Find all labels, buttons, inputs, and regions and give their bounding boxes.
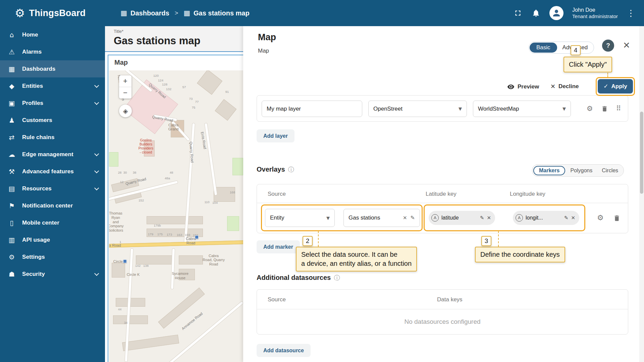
sidebar-item-security[interactable]: ☗ Security — [0, 265, 105, 283]
tab-basic[interactable]: Basic — [530, 43, 557, 53]
settings-gear-icon: ⚙ — [7, 254, 16, 260]
notifications-bell-icon[interactable] — [531, 8, 541, 18]
add-marker-button[interactable]: Add marker — [257, 240, 300, 253]
sidebar-item-profiles[interactable]: ▣ Profiles — [0, 95, 105, 112]
toggle-circles[interactable]: Circles — [597, 167, 623, 175]
app-logo[interactable]: ⚙ ThingsBoard — [0, 7, 86, 19]
marker-settings-gear-icon[interactable]: ⚙ — [597, 214, 604, 222]
security-icon: ☗ — [7, 271, 16, 278]
map-label: 173 — [167, 233, 172, 236]
delete-layer-trash-icon[interactable] — [601, 105, 608, 112]
scrollbar-thumb[interactable] — [640, 112, 643, 194]
widget-title-field[interactable]: Title* Gas stations map — [105, 26, 243, 52]
toggle-polygons[interactable]: Polygons — [566, 167, 597, 175]
title-field-value: Gas stations map — [114, 35, 243, 47]
map-canvas[interactable]: + − ◈ North Wall BranQuarry RoadQuarry R… — [109, 70, 243, 362]
layer-type-select[interactable]: WorldStreetMap ▼ — [473, 101, 571, 117]
tutorial-step-4-badge: 4 — [571, 45, 581, 55]
info-icon[interactable]: ⓘ — [334, 275, 340, 281]
map-building — [113, 315, 148, 324]
chevron-down-icon — [94, 168, 99, 173]
latitude-key-chip[interactable]: A latitude ✎ ✕ — [429, 211, 495, 225]
longitude-key-chip[interactable]: A longit... ✎ ✕ — [513, 211, 579, 225]
more-menu-icon[interactable]: ⋮ — [627, 9, 635, 17]
datasource-type-select[interactable]: Entity ▼ — [265, 209, 335, 227]
map-road — [171, 248, 175, 289]
map-zoom-control: + − — [119, 75, 131, 99]
sidebar-item-notification-center[interactable]: ⚑ Notification center — [0, 197, 105, 214]
sidebar-item-rule-chains[interactable]: ⇄ Rule chains — [0, 129, 105, 146]
sidebar-item-dashboards[interactable]: ▦ Dashboards — [0, 60, 105, 77]
datasource-entity-input[interactable]: Gas stations ✕ ✎ — [343, 209, 420, 227]
map-label: 48a — [165, 176, 170, 180]
remove-key-icon[interactable]: ✕ — [487, 216, 491, 221]
help-button[interactable]: ? — [602, 40, 614, 52]
breadcrumb-current[interactable]: ▦ Gas stations map — [183, 9, 250, 17]
map-label: 179b — [154, 224, 161, 227]
chevron-down-icon — [94, 100, 99, 105]
api-usage-icon: ▥ — [7, 237, 16, 243]
zoom-out-button[interactable]: − — [119, 87, 131, 99]
map-label: Cabra Road — [186, 237, 196, 245]
toggle-markers[interactable]: Markers — [533, 166, 565, 175]
map-widget-card: Map + − ◈ North Wall BranQuarry RoadQuar… — [108, 55, 243, 362]
map-widget-title: Map — [114, 59, 128, 66]
map-label: 57 — [182, 85, 186, 89]
clear-entity-icon[interactable]: ✕ — [403, 216, 407, 221]
sidebar-item-settings[interactable]: ⚙ Settings — [0, 248, 105, 265]
notification-center-icon: ⚑ — [7, 202, 16, 209]
sidebar-item-customers[interactable]: ♟ Customers — [0, 112, 105, 129]
gas-station-marker-icon[interactable] — [195, 235, 199, 239]
apply-button[interactable]: ✓ Apply — [598, 79, 633, 94]
gas-station-marker-icon[interactable] — [123, 259, 127, 263]
map-label: 110 — [204, 200, 209, 204]
layer-settings-gear-icon[interactable]: ⚙ — [587, 105, 593, 112]
advanced-features-icon: ⚒ — [7, 168, 16, 175]
map-widget-header: Map — [108, 55, 243, 70]
edit-key-pencil-icon[interactable]: ✎ — [564, 216, 569, 221]
sidebar-item-alarms[interactable]: ⚠ Alarms — [0, 43, 105, 60]
info-icon[interactable]: ⓘ — [288, 167, 294, 173]
avatar[interactable] — [549, 6, 564, 20]
fullscreen-icon[interactable] — [513, 8, 523, 18]
sidebar-item-home[interactable]: ⌂ Home — [0, 26, 105, 43]
sidebar-item-api-usage[interactable]: ▥ API usage — [0, 231, 105, 248]
layer-name-input[interactable]: My map layer — [262, 101, 362, 117]
resources-icon: ▤ — [7, 185, 16, 192]
map-label: 38 — [133, 171, 137, 174]
remove-key-icon[interactable]: ✕ — [571, 216, 575, 221]
logo-text: ThingsBoard — [29, 8, 86, 18]
add-layer-button[interactable]: Add layer — [257, 129, 294, 142]
sidebar-item-advanced-features[interactable]: ⚒ Advanced features — [0, 163, 105, 180]
layer-provider-select[interactable]: OpenStreet ▼ — [368, 101, 467, 117]
map-label: Cabra Road, Quarry Road — [203, 254, 225, 266]
sidebar-item-edge-management[interactable]: ☁ Edge management — [0, 146, 105, 163]
chevron-down-icon: ▼ — [459, 107, 462, 111]
drag-handle-icon[interactable]: ⠿ — [616, 105, 621, 112]
preview-button[interactable]: Preview — [507, 83, 539, 90]
tutorial-connector-3 — [498, 231, 499, 247]
sidebar-item-resources[interactable]: ▤ Resources — [0, 180, 105, 197]
sidebar-item-entities[interactable]: ◆ Entities — [0, 77, 105, 95]
edit-entity-pencil-icon[interactable]: ✎ — [411, 215, 415, 221]
edit-key-pencil-icon[interactable]: ✎ — [480, 216, 484, 221]
map-label: 48 — [170, 171, 173, 174]
tutorial-step-2-badge: 2 — [303, 236, 313, 246]
map-label: 138 — [143, 264, 149, 267]
breadcrumb-dashboards[interactable]: ▦ Dashboards — [120, 9, 169, 17]
decline-button[interactable]: ✕ Decline — [550, 83, 579, 90]
zoom-in-button[interactable]: + — [119, 75, 131, 87]
page-scrollbar[interactable] — [639, 26, 644, 362]
tutorial-step-2-callout: Select the data source. It can be a devi… — [296, 247, 417, 272]
sidebar-item-mobile-center[interactable]: ▯ Mobile center — [0, 214, 105, 231]
markers-table-card: Source Latitude key Longitude key Entity… — [257, 184, 628, 233]
delete-marker-trash-icon[interactable] — [613, 215, 621, 222]
breadcrumb: ▦ Dashboards > ▦ Gas stations map — [120, 9, 250, 17]
map-label: Sycamore House — [172, 272, 189, 280]
add-datasource-button[interactable]: Add datasource — [257, 344, 311, 357]
chevron-down-icon: ▼ — [562, 107, 566, 111]
close-icon[interactable]: ✕ — [623, 41, 630, 50]
settings-mode-toggle: Basic Advanced — [529, 42, 594, 54]
dashboards-icon: ▦ — [7, 66, 16, 72]
map-layers-button[interactable]: ◈ — [119, 105, 132, 117]
